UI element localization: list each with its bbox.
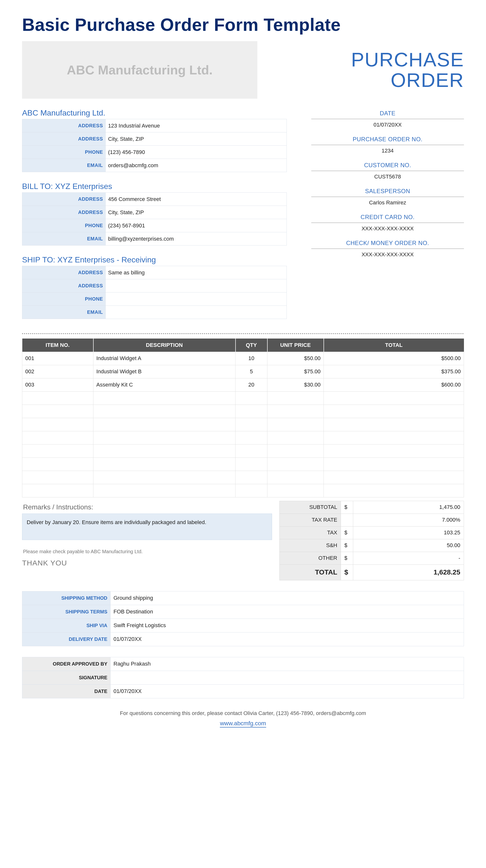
meta-value[interactable]: XXX-XXX-XXX-XXXX: [311, 223, 464, 233]
field-value[interactable]: FOB Destination: [111, 605, 464, 619]
meta-value[interactable]: 01/07/20XX: [311, 119, 464, 129]
empty-cell[interactable]: [22, 418, 93, 431]
empty-cell[interactable]: [93, 444, 235, 458]
cell-description[interactable]: Assembly Kit C: [93, 378, 235, 392]
empty-cell[interactable]: [93, 418, 235, 431]
meta-value[interactable]: Carlos Ramirez: [311, 197, 464, 207]
bill-to-heading: BILL TO: XYZ Enterprises: [22, 182, 287, 191]
table-row-empty: [22, 392, 464, 405]
empty-cell[interactable]: [22, 484, 93, 497]
field-value[interactable]: 01/07/20XX: [111, 632, 464, 646]
cell-item_no[interactable]: 002: [22, 365, 93, 378]
grand-total-currency: $: [341, 564, 353, 580]
totals-currency: $: [341, 539, 353, 552]
section-divider: [22, 333, 464, 334]
empty-cell[interactable]: [235, 405, 267, 418]
cell-item_no[interactable]: 003: [22, 378, 93, 392]
empty-cell[interactable]: [22, 431, 93, 444]
cell-qty[interactable]: 5: [235, 365, 267, 378]
field-label: SIGNATURE: [22, 671, 111, 684]
empty-cell[interactable]: [324, 444, 464, 458]
empty-cell[interactable]: [235, 484, 267, 497]
field-label: ADDRESS: [22, 206, 106, 219]
empty-cell[interactable]: [235, 471, 267, 484]
cell-unit_price[interactable]: $30.00: [267, 378, 324, 392]
empty-cell[interactable]: [267, 418, 324, 431]
empty-cell[interactable]: [267, 392, 324, 405]
field-value[interactable]: orders@abcmfg.com: [106, 159, 287, 172]
field-value[interactable]: 01/07/20XX: [111, 684, 464, 698]
empty-cell[interactable]: [93, 392, 235, 405]
field-value[interactable]: City, State, ZIP: [106, 132, 287, 146]
cell-description[interactable]: Industrial Widget B: [93, 365, 235, 378]
empty-cell[interactable]: [22, 405, 93, 418]
field-value[interactable]: [111, 671, 464, 684]
empty-cell[interactable]: [22, 444, 93, 458]
field-value[interactable]: [106, 279, 287, 292]
field-value[interactable]: Ground shipping: [111, 591, 464, 605]
empty-cell[interactable]: [267, 444, 324, 458]
cell-total[interactable]: $375.00: [324, 365, 464, 378]
empty-cell[interactable]: [93, 431, 235, 444]
meta-field: PURCHASE ORDER NO.1234: [311, 134, 464, 155]
empty-cell[interactable]: [235, 444, 267, 458]
cell-unit_price[interactable]: $50.00: [267, 352, 324, 365]
field-label: EMAIL: [22, 232, 106, 246]
empty-cell[interactable]: [93, 405, 235, 418]
empty-cell[interactable]: [267, 471, 324, 484]
field-value[interactable]: (123) 456-7890: [106, 146, 287, 159]
empty-cell[interactable]: [93, 458, 235, 471]
field-label: EMAIL: [22, 306, 106, 319]
field-value[interactable]: Swift Freight Logistics: [111, 619, 464, 632]
totals-label: TAX RATE: [280, 514, 341, 526]
cell-item_no[interactable]: 001: [22, 352, 93, 365]
cell-qty[interactable]: 10: [235, 352, 267, 365]
cell-total[interactable]: $500.00: [324, 352, 464, 365]
empty-cell[interactable]: [235, 418, 267, 431]
empty-cell[interactable]: [324, 471, 464, 484]
empty-cell[interactable]: [267, 484, 324, 497]
empty-cell[interactable]: [267, 405, 324, 418]
empty-cell[interactable]: [324, 418, 464, 431]
empty-cell[interactable]: [324, 484, 464, 497]
items-header-itemno: ITEM NO.: [22, 339, 93, 352]
field-label: PHONE: [22, 292, 106, 306]
empty-cell[interactable]: [235, 458, 267, 471]
footer-website-link[interactable]: www.abcmfg.com: [220, 720, 266, 727]
empty-cell[interactable]: [324, 405, 464, 418]
order-meta-column: DATE01/07/20XXPURCHASE ORDER NO.1234CUST…: [311, 108, 464, 329]
empty-cell[interactable]: [93, 484, 235, 497]
cell-qty[interactable]: 20: [235, 378, 267, 392]
empty-cell[interactable]: [324, 392, 464, 405]
empty-cell[interactable]: [22, 392, 93, 405]
remarks-body[interactable]: Deliver by January 20. Ensure items are …: [22, 514, 272, 540]
empty-cell[interactable]: [324, 458, 464, 471]
empty-cell[interactable]: [22, 458, 93, 471]
empty-cell[interactable]: [235, 431, 267, 444]
meta-value[interactable]: XXX-XXX-XXX-XXXX: [311, 249, 464, 259]
empty-cell[interactable]: [267, 431, 324, 444]
bill-to-block: BILL TO: XYZ Enterprises ADDRESS456 Comm…: [22, 182, 287, 246]
field-value[interactable]: 123 Industrial Avenue: [106, 119, 287, 132]
field-value[interactable]: (234) 567-8901: [106, 219, 287, 232]
cell-unit_price[interactable]: $75.00: [267, 365, 324, 378]
field-label: PHONE: [22, 219, 106, 232]
empty-cell[interactable]: [267, 458, 324, 471]
field-value[interactable]: billing@xyzenterprises.com: [106, 232, 287, 246]
meta-value[interactable]: CUST5678: [311, 171, 464, 181]
field-value[interactable]: City, State, ZIP: [106, 206, 287, 219]
empty-cell[interactable]: [324, 431, 464, 444]
field-value[interactable]: Raghu Prakash: [111, 657, 464, 671]
empty-cell[interactable]: [93, 471, 235, 484]
empty-cell[interactable]: [22, 471, 93, 484]
meta-value[interactable]: 1234: [311, 145, 464, 155]
field-value[interactable]: [106, 292, 287, 306]
cell-description[interactable]: Industrial Widget A: [93, 352, 235, 365]
field-value[interactable]: 456 Commerce Street: [106, 193, 287, 206]
approval-table: ORDER APPROVED BYRaghu PrakashSIGNATURED…: [22, 657, 464, 699]
empty-cell[interactable]: [235, 392, 267, 405]
field-value[interactable]: Same as billing: [106, 266, 287, 279]
field-value[interactable]: [106, 306, 287, 319]
cell-total[interactable]: $600.00: [324, 378, 464, 392]
field-label: SHIP VIA: [22, 619, 111, 632]
